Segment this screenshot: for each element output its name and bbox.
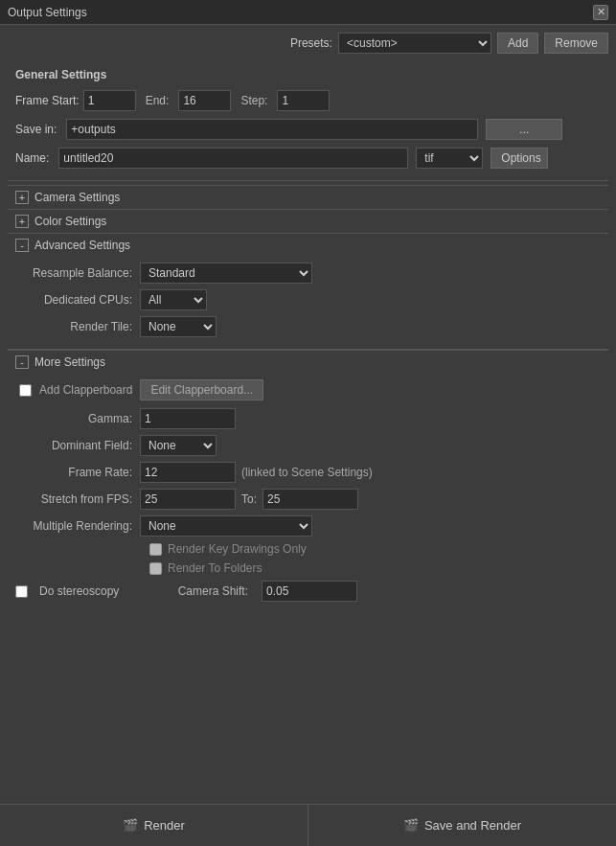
gamma-input[interactable] (140, 408, 236, 429)
render-folders-row: Render To Folders (15, 561, 601, 575)
frame-step-input[interactable] (277, 90, 330, 111)
render-button[interactable]: 🎬 Render (0, 805, 308, 846)
footer: 🎬 Render 🎬 Save and Render (0, 804, 616, 846)
main-content: Presets: <custom> Default HD 1080p HD 72… (0, 25, 616, 804)
render-key-label: Render Key Drawings Only (168, 542, 307, 556)
presets-label: Presets: (290, 36, 332, 50)
color-settings-header[interactable]: + Color Settings (8, 210, 608, 233)
edit-clapperboard-button[interactable]: Edit Clapperboard... (140, 379, 263, 400)
render-label: Render (144, 818, 185, 833)
output-settings-window: Output Settings ✕ Presets: <custom> Defa… (0, 0, 616, 846)
general-settings-header: General Settings (8, 63, 608, 86)
resample-row: Resample Balance: Standard High Low (15, 263, 601, 284)
advanced-settings-body: Resample Balance: Standard High Low Dedi… (8, 257, 608, 349)
resample-label: Resample Balance: (15, 266, 140, 280)
dominant-select[interactable]: None Lower Upper (140, 435, 217, 456)
add-preset-button[interactable]: Add (497, 33, 538, 54)
cpu-label: Dedicated CPUs: (15, 293, 140, 307)
more-settings-body: Add Clapperboard Edit Clapperboard... Ga… (8, 374, 608, 613)
frame-row: Frame Start: End: Step: (8, 86, 608, 115)
frame-start-input[interactable] (83, 90, 136, 111)
camera-settings-section: + Camera Settings (8, 185, 608, 209)
more-settings-section: - More Settings Add Clapperboard Edit Cl… (8, 350, 608, 613)
camera-settings-header[interactable]: + Camera Settings (8, 186, 608, 209)
color-settings-section: + Color Settings (8, 209, 608, 233)
cpu-select[interactable]: All 1 2 4 (140, 289, 207, 310)
save-render-icon: 🎬 (403, 818, 419, 833)
presets-select[interactable]: <custom> Default HD 1080p HD 720p (338, 33, 491, 54)
advanced-settings-header[interactable]: - Advanced Settings (8, 234, 608, 257)
stereoscopy-checkbox[interactable] (15, 585, 28, 598)
stretch-fps-row: Stretch from FPS: To: (15, 489, 601, 510)
save-in-row: Save in: ... (8, 115, 608, 144)
dominant-field-row: Dominant Field: None Lower Upper (15, 435, 601, 456)
advanced-toggle-icon: - (15, 239, 29, 252)
tile-row: Render Tile: None 2x2 4x4 (15, 316, 601, 337)
frame-step-label: Step: (235, 94, 273, 107)
advanced-settings-label: Advanced Settings (34, 239, 130, 252)
window-title: Output Settings (8, 6, 87, 19)
save-render-label: Save and Render (424, 818, 521, 833)
add-clapperboard-label: Add Clapperboard (39, 383, 132, 397)
more-settings-label: More Settings (34, 355, 105, 369)
more-toggle-icon: - (15, 355, 29, 369)
save-and-render-button[interactable]: 🎬 Save and Render (308, 805, 616, 846)
camera-shift-input[interactable] (262, 581, 357, 602)
multiple-rendering-row: Multiple Rendering: None Vectorial Bitma… (15, 515, 601, 537)
frame-rate-label: Frame Rate: (15, 466, 140, 479)
browse-button[interactable]: ... (486, 119, 562, 140)
frame-rate-row: Frame Rate: (linked to Scene Settings) (15, 462, 601, 483)
name-label: Name: (15, 151, 55, 165)
save-in-label: Save in: (15, 123, 62, 136)
color-settings-label: Color Settings (34, 215, 106, 228)
dominant-label: Dominant Field: (15, 439, 140, 452)
stretch-to-label: To: (236, 492, 262, 506)
frame-end-input[interactable] (178, 90, 231, 111)
frame-end-label: End: (140, 94, 175, 107)
render-key-row: Render Key Drawings Only (15, 542, 601, 556)
stretch-from-input[interactable] (140, 489, 236, 510)
format-select[interactable]: tif png jpg exr psd (416, 148, 483, 169)
advanced-settings-section: - Advanced Settings Resample Balance: St… (8, 233, 608, 350)
stereoscopy-row: Do stereoscopy Camera Shift: (15, 581, 601, 602)
frame-start-label: Frame Start: (15, 94, 80, 107)
multiple-select[interactable]: None Vectorial Bitmap (140, 515, 312, 537)
stereoscopy-label: Do stereoscopy (39, 584, 135, 598)
stretch-to-input[interactable] (262, 489, 358, 510)
name-row: Name: tif png jpg exr psd Options (8, 144, 608, 172)
name-input[interactable] (58, 148, 408, 169)
cpu-row: Dedicated CPUs: All 1 2 4 (15, 289, 601, 310)
render-key-checkbox[interactable] (149, 543, 162, 556)
camera-toggle-icon: + (15, 191, 29, 204)
camera-shift-label: Camera Shift: (141, 584, 256, 598)
options-button[interactable]: Options (491, 148, 548, 169)
tile-label: Render Tile: (15, 320, 140, 333)
add-clapperboard-checkbox[interactable] (19, 384, 32, 397)
frame-rate-input[interactable] (140, 462, 236, 483)
camera-settings-label: Camera Settings (34, 191, 120, 204)
linked-text: (linked to Scene Settings) (236, 466, 373, 479)
clapperboard-row: Add Clapperboard Edit Clapperboard... (15, 379, 601, 400)
gamma-row: Gamma: (15, 408, 601, 429)
close-button[interactable]: ✕ (593, 5, 608, 20)
title-bar: Output Settings ✕ (0, 0, 616, 25)
remove-preset-button[interactable]: Remove (544, 33, 608, 54)
render-icon: 🎬 (123, 818, 138, 833)
stretch-label: Stretch from FPS: (15, 492, 140, 506)
color-toggle-icon: + (15, 215, 29, 228)
more-settings-header[interactable]: - More Settings (8, 351, 608, 374)
save-in-input[interactable] (66, 119, 478, 140)
tile-select[interactable]: None 2x2 4x4 (140, 316, 217, 337)
general-settings-section: General Settings Frame Start: End: Step:… (8, 63, 608, 181)
resample-select[interactable]: Standard High Low (140, 263, 312, 284)
multiple-label: Multiple Rendering: (15, 519, 140, 533)
render-folders-checkbox[interactable] (149, 562, 162, 575)
render-folders-label: Render To Folders (168, 561, 262, 575)
gamma-label: Gamma: (15, 412, 140, 425)
presets-row: Presets: <custom> Default HD 1080p HD 72… (8, 33, 608, 54)
